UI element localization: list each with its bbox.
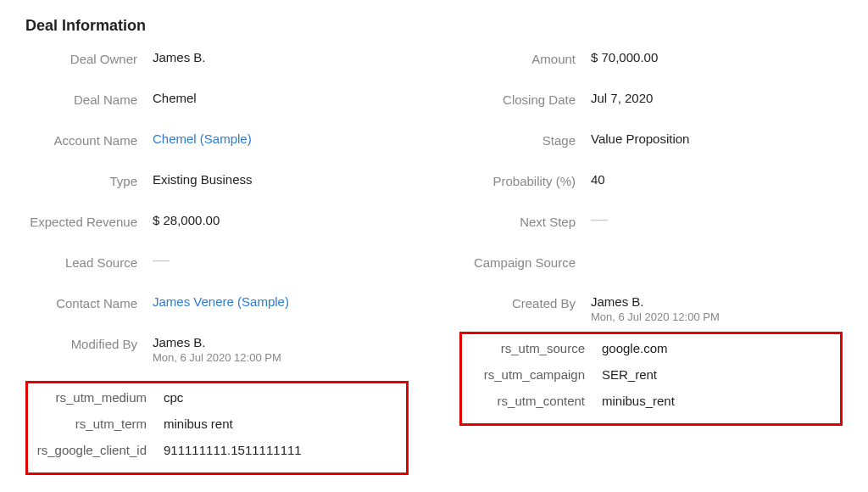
label-utm-source: rs_utm_source (470, 341, 602, 355)
value-deal-name: Chemel (153, 91, 197, 105)
value-type: Existing Business (153, 172, 253, 187)
field-created-by: Created By James B. Mon, 6 Jul 2020 12:0… (459, 294, 843, 323)
value-created-by-sub: Mon, 6 Jul 2020 12:00 PM (591, 310, 720, 323)
label-utm-medium: rs_utm_medium (36, 390, 164, 405)
field-deal-owner: Deal Owner James B. (25, 50, 409, 74)
label-utm-term: rs_utm_term (36, 417, 164, 431)
label-utm-campaign: rs_utm_campaign (470, 367, 602, 382)
value-account-name[interactable]: Chemel (Sample) (153, 131, 252, 146)
label-deal-name: Deal Name (25, 91, 153, 107)
field-utm-campaign: rs_utm_campaign SER_rent (470, 367, 832, 382)
value-created-by: James B. (591, 294, 720, 309)
field-expected-revenue: Expected Revenue $ 28,000.00 (25, 213, 409, 237)
field-contact-name: Contact Name James Venere (Sample) (25, 294, 409, 318)
value-amount: $ 70,000.00 (591, 50, 658, 64)
value-utm-medium: cpc (164, 390, 183, 405)
field-modified-by: Modified By James B. Mon, 6 Jul 2020 12:… (25, 335, 409, 364)
value-utm-campaign: SER_rent (602, 367, 657, 382)
label-account-name: Account Name (25, 131, 153, 148)
label-modified-by: Modified By (25, 335, 153, 351)
label-next-step: Next Step (459, 213, 591, 229)
value-contact-name[interactable]: James Venere (Sample) (153, 294, 289, 309)
value-expected-revenue: $ 28,000.00 (153, 213, 220, 227)
label-type: Type (25, 172, 153, 188)
value-modified-by: James B. (153, 335, 281, 349)
field-utm-content: rs_utm_content minibus_rent (470, 394, 832, 408)
value-google-client-id: 911111111.1511111111 (164, 443, 302, 457)
section-title: Deal Information (25, 17, 843, 35)
label-campaign-source: Campaign Source (459, 254, 591, 270)
field-google-client-id: rs_google_client_id 911111111.1511111111 (36, 443, 398, 457)
field-account-name: Account Name Chemel (Sample) (25, 131, 409, 155)
value-next-step: — (591, 213, 608, 226)
label-google-client-id: rs_google_client_id (36, 443, 164, 457)
field-utm-term: rs_utm_term minibus rent (36, 417, 398, 431)
field-deal-name: Deal Name Chemel (25, 91, 409, 115)
field-amount: Amount $ 70,000.00 (459, 50, 843, 74)
value-lead-source: — (153, 254, 170, 266)
value-utm-content: minibus_rent (602, 394, 675, 408)
field-stage: Stage Value Proposition (459, 131, 843, 155)
label-expected-revenue: Expected Revenue (25, 213, 153, 229)
field-closing-date: Closing Date Jul 7, 2020 (459, 91, 843, 115)
label-closing-date: Closing Date (459, 91, 591, 107)
field-lead-source: Lead Source — (25, 254, 409, 277)
right-column: Amount $ 70,000.00 Closing Date Jul 7, 2… (459, 50, 843, 475)
value-probability: 40 (591, 172, 605, 187)
utm-highlight-right: rs_utm_source google.com rs_utm_campaign… (459, 332, 843, 426)
field-type: Type Existing Business (25, 172, 409, 196)
value-modified-by-sub: Mon, 6 Jul 2020 12:00 PM (153, 351, 281, 364)
value-deal-owner: James B. (153, 50, 206, 64)
label-lead-source: Lead Source (25, 254, 153, 270)
field-utm-source: rs_utm_source google.com (470, 341, 832, 355)
field-utm-medium: rs_utm_medium cpc (36, 390, 398, 405)
label-created-by: Created By (459, 294, 591, 310)
value-utm-term: minibus rent (164, 417, 233, 431)
label-deal-owner: Deal Owner (25, 50, 153, 66)
field-next-step: Next Step — (459, 213, 843, 237)
label-amount: Amount (459, 50, 591, 66)
label-probability: Probability (%) (459, 172, 591, 188)
value-stage: Value Proposition (591, 131, 689, 146)
field-probability: Probability (%) 40 (459, 172, 843, 196)
value-closing-date: Jul 7, 2020 (591, 91, 653, 105)
deal-info-columns: Deal Owner James B. Deal Name Chemel Acc… (25, 50, 843, 475)
utm-highlight-left: rs_utm_medium cpc rs_utm_term minibus re… (25, 381, 409, 475)
left-column: Deal Owner James B. Deal Name Chemel Acc… (25, 50, 409, 475)
label-stage: Stage (459, 131, 591, 148)
label-utm-content: rs_utm_content (470, 394, 602, 408)
label-contact-name: Contact Name (25, 294, 153, 310)
field-campaign-source: Campaign Source (459, 254, 843, 277)
value-utm-source: google.com (602, 341, 668, 355)
